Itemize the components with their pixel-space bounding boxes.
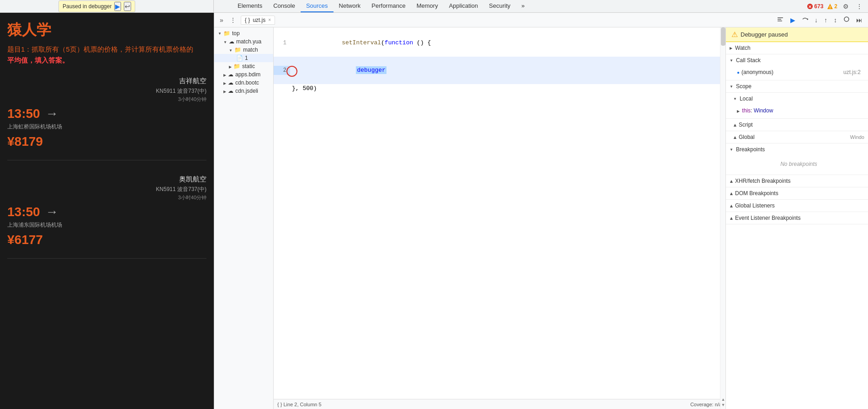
resume-button[interactable]: ▶ bbox=[114, 2, 121, 11]
callstack-dot: ● bbox=[737, 70, 740, 75]
expand-pane-button[interactable]: » bbox=[218, 16, 225, 25]
svg-rect-5 bbox=[778, 19, 781, 20]
xhr-triangle: ▶ bbox=[729, 180, 733, 182]
tree-item-apps[interactable]: ▶ ☁ apps.bdim bbox=[214, 70, 273, 79]
global-listeners-label: Global Listeners bbox=[735, 202, 775, 209]
tree-label-cdn-jsdeli: cdn.jsdeli bbox=[235, 88, 258, 94]
tree-arrow-match-folder: ▼ bbox=[229, 48, 233, 53]
event-listeners-header[interactable]: ▶ Event Listener Breakpoints bbox=[726, 212, 868, 224]
folder-icon-top: 📁 bbox=[223, 30, 230, 37]
file-format-icon: { } bbox=[245, 17, 250, 23]
debug-section-callstack: ▼ Call Stack ● (anonymous) uzt.js:2 bbox=[726, 54, 868, 80]
svg-rect-6 bbox=[778, 21, 782, 21]
xhr-header[interactable]: ▶ XHR/fetch Breakpoints bbox=[726, 175, 868, 187]
pause-on-exceptions-button[interactable]: ⏭ bbox=[854, 16, 864, 25]
xhr-label: XHR/fetch Breakpoints bbox=[735, 178, 790, 184]
breakpoints-label: Breakpoints bbox=[736, 146, 765, 153]
global-listeners-triangle: ▶ bbox=[729, 204, 733, 207]
tab-performance[interactable]: Performance bbox=[366, 0, 411, 12]
tab-elements[interactable]: Elements bbox=[232, 0, 268, 12]
tab-application[interactable]: Application bbox=[444, 0, 484, 12]
dom-header[interactable]: ▶ DOM Breakpoints bbox=[726, 187, 868, 199]
scope-label: Scope bbox=[736, 83, 752, 90]
file-tab-close[interactable]: × bbox=[268, 17, 271, 22]
tree-arrow-match: ▼ bbox=[223, 40, 227, 44]
tab-sources[interactable]: Sources bbox=[301, 0, 333, 12]
breakpoints-header[interactable]: ▼ Breakpoints bbox=[726, 143, 868, 155]
global-val: Windo bbox=[850, 134, 864, 140]
tree-item-cdn-bootc[interactable]: ▶ ☁ cdn.bootc bbox=[214, 79, 273, 87]
debug-section-watch: ▶ Watch bbox=[726, 42, 868, 54]
step-into-button[interactable]: ↓ bbox=[813, 16, 820, 25]
global-header[interactable]: ▶ Global Windo bbox=[726, 131, 868, 143]
step-over-button[interactable]: ↩ bbox=[124, 2, 131, 11]
format-button[interactable] bbox=[775, 15, 786, 25]
paused-label: Debugger paused bbox=[741, 31, 788, 38]
svg-point-8 bbox=[844, 17, 849, 21]
script-triangle: ▶ bbox=[733, 123, 737, 126]
tab-console[interactable]: Console bbox=[268, 0, 301, 12]
code-scrollbar[interactable]: ▲ ▼ bbox=[720, 27, 725, 409]
flight-time-2: 13:50 → bbox=[7, 205, 206, 219]
scope-item-this[interactable]: ▶ this: Window bbox=[737, 106, 861, 115]
watch-header[interactable]: ▶ Watch bbox=[726, 42, 868, 54]
main-layout: 猿人学 题目1：抓取所有（5页）机票的价格，并计算所有机票价格的 平均值，填入答… bbox=[0, 13, 868, 409]
flight-airport-2: 上海浦东国际机场机场 bbox=[7, 221, 206, 229]
line-content-3: }, 500) bbox=[290, 84, 725, 93]
svg-text:!: ! bbox=[830, 5, 831, 10]
global-listeners-header[interactable]: ▶ Global Listeners bbox=[726, 200, 868, 212]
settings-button[interactable]: ⚙ bbox=[841, 2, 851, 11]
tree-arrow-apps: ▶ bbox=[223, 73, 226, 77]
more-options-button[interactable]: ⋮ bbox=[854, 2, 864, 11]
cloud-icon-cdn-bootc: ☁ bbox=[228, 80, 233, 86]
more-sources-button[interactable]: ⋮ bbox=[228, 16, 238, 25]
file-tab-uztjs[interactable]: { } uzt.js × bbox=[241, 16, 275, 25]
flight-duration-1: 3小时40分钟 bbox=[7, 96, 206, 103]
event-listeners-triangle: ▶ bbox=[729, 217, 733, 219]
scope-header[interactable]: ▼ Scope bbox=[726, 80, 868, 92]
tab-network[interactable]: Network bbox=[333, 0, 366, 12]
tab-more[interactable]: » bbox=[516, 0, 530, 12]
local-header[interactable]: ▼ Local bbox=[726, 93, 868, 105]
flight-time-1: 13:50 → bbox=[7, 106, 206, 121]
flight-duration-2: 3小时40分钟 bbox=[7, 194, 206, 201]
tree-item-match[interactable]: ▼ 📁 match bbox=[214, 46, 273, 54]
script-label: Script bbox=[739, 122, 753, 128]
tree-item-1[interactable]: 📄 1 bbox=[214, 54, 273, 62]
paused-label: Paused in debugger bbox=[63, 3, 111, 10]
flight-price-1: ¥8179 bbox=[7, 134, 206, 149]
scroll-up-arrow[interactable]: ▲ bbox=[720, 397, 725, 402]
warn-count-badge: ! 2 bbox=[827, 3, 837, 10]
code-line-3: }, 500) bbox=[274, 84, 725, 93]
code-editor: 1 setInterval(function () { 2 debugger bbox=[274, 27, 725, 409]
code-content[interactable]: 1 setInterval(function () { 2 debugger bbox=[274, 27, 725, 399]
callstack-header[interactable]: ▼ Call Stack bbox=[726, 54, 868, 66]
devtools-inner-toolbar: » ⋮ { } uzt.js × ▶ ↓ ↑ ↕ ⏭ bbox=[214, 13, 868, 27]
scroll-down-arrow[interactable]: ▼ bbox=[720, 403, 725, 407]
script-header[interactable]: ▶ Script bbox=[726, 119, 868, 131]
tree-item-static[interactable]: ▶ 📁 static bbox=[214, 62, 273, 70]
flight-card-2: 奥凯航空 KN5911 波音737(中) 3小时40分钟 13:50 → 上海浦… bbox=[7, 175, 206, 259]
flight-card-1: 吉祥航空 KN5911 波音737(中) 3小时40分钟 13:50 → 上海虹… bbox=[7, 77, 206, 160]
tab-memory[interactable]: Memory bbox=[411, 0, 444, 12]
debug-section-local: ▼ Local ▶ this: Window bbox=[726, 93, 868, 119]
tree-label-match: match bbox=[243, 47, 258, 53]
resume-execution-button[interactable]: ▶ bbox=[789, 16, 797, 25]
tab-security[interactable]: Security bbox=[483, 0, 516, 12]
step-over-button2[interactable] bbox=[800, 15, 810, 25]
deactivate-breakpoints-button[interactable] bbox=[842, 15, 852, 25]
line-content-1: setInterval(function () { bbox=[290, 29, 725, 57]
warning-icon: ⚠ bbox=[731, 30, 738, 39]
tree-arrow-top: ▼ bbox=[218, 32, 222, 36]
tree-item-match-yua[interactable]: ▼ ☁ match.yua bbox=[214, 37, 273, 46]
step-button[interactable]: ↕ bbox=[832, 16, 839, 25]
callstack-item-1[interactable]: ● (anonymous) uzt.js:2 bbox=[737, 68, 861, 76]
step-out-button[interactable]: ↑ bbox=[822, 16, 829, 25]
devtools-tabs: Elements Console Sources Network Perform… bbox=[232, 0, 807, 12]
tree-item-top[interactable]: ▼ 📁 top bbox=[214, 29, 273, 37]
tree-label-apps: apps.bdim bbox=[235, 71, 260, 78]
flight-airport-1: 上海虹桥国际机场机场 bbox=[7, 123, 206, 131]
tree-label-top: top bbox=[232, 30, 240, 37]
tree-item-cdn-jsdeli[interactable]: ▶ ☁ cdn.jsdeli bbox=[214, 87, 273, 95]
line-number-1: 1 bbox=[274, 38, 290, 48]
